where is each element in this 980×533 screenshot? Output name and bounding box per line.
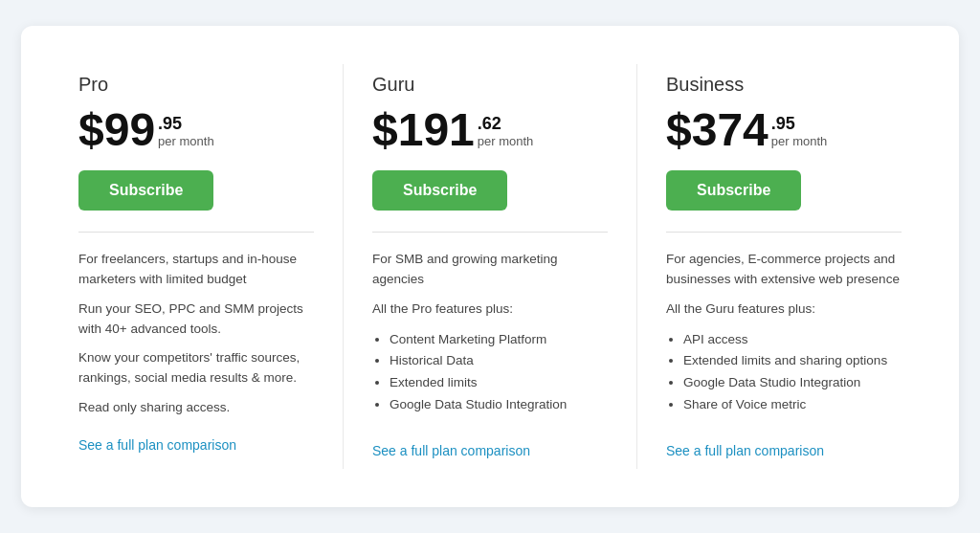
plan-description-pro-3: Read only sharing access. (78, 398, 314, 418)
see-full-link-guru[interactable]: See a full plan comparison (372, 443, 530, 458)
plan-description-pro-2: Know your competitors' traffic sources, … (78, 348, 314, 389)
price-row-pro: $99.95per month (78, 107, 314, 153)
price-row-business: $374.95per month (666, 107, 902, 153)
price-period-business: per month (771, 134, 828, 149)
plan-name-business: Business (666, 74, 902, 96)
price-main-guru: $191 (372, 107, 475, 153)
features-list-business: API accessExtended limits and sharing op… (666, 329, 902, 417)
feature-item-business-3: Share of Voice metric (683, 394, 902, 416)
divider-guru (372, 232, 608, 233)
divider-business (666, 232, 902, 233)
price-cents-block-business: .95per month (771, 115, 828, 152)
pricing-container: Pro$99.95per monthSubscribeFor freelance… (21, 26, 959, 508)
feature-item-guru-3: Google Data Studio Integration (390, 394, 608, 416)
feature-item-guru-2: Extended limits (390, 372, 608, 394)
plan-description-business-0: For agencies, E-commerce projects and bu… (666, 250, 902, 290)
plan-name-pro: Pro (78, 74, 314, 96)
plan-description-guru-1: All the Pro features plus: (372, 300, 608, 320)
price-cents-block-guru: .62per month (478, 115, 534, 152)
plan-description-pro-1: Run your SEO, PPC and SMM projects with … (78, 300, 314, 340)
price-row-guru: $191.62per month (372, 107, 608, 153)
plan-description-business-1: All the Guru features plus: (666, 300, 902, 320)
price-cents-business: .95 (771, 115, 828, 134)
see-full-link-business[interactable]: See a full plan comparison (666, 443, 824, 458)
plan-description-pro-0: For freelancers, startups and in-house m… (78, 250, 314, 290)
plan-column-guru: Guru$191.62per monthSubscribeFor SMB and… (344, 64, 637, 470)
feature-item-guru-1: Historical Data (390, 350, 608, 372)
price-main-business: $374 (666, 107, 768, 153)
price-cents-block-pro: .95per month (158, 115, 214, 152)
price-main-pro: $99 (78, 107, 155, 153)
feature-item-business-2: Google Data Studio Integration (683, 372, 902, 394)
feature-item-business-0: API access (683, 329, 902, 351)
price-cents-guru: .62 (478, 115, 534, 134)
feature-item-business-1: Extended limits and sharing options (683, 350, 902, 372)
price-period-pro: per month (158, 134, 214, 149)
price-period-guru: per month (478, 134, 534, 149)
divider-pro (78, 232, 314, 233)
subscribe-button-business[interactable]: Subscribe (666, 170, 801, 211)
price-cents-pro: .95 (158, 115, 214, 134)
plan-description-guru-0: For SMB and growing marketing agencies (372, 250, 608, 290)
plan-column-pro: Pro$99.95per monthSubscribeFor freelance… (50, 64, 344, 470)
features-list-guru: Content Marketing PlatformHistorical Dat… (372, 329, 608, 417)
subscribe-button-guru[interactable]: Subscribe (372, 170, 507, 211)
plan-name-guru: Guru (372, 74, 608, 96)
feature-item-guru-0: Content Marketing Platform (390, 329, 608, 351)
subscribe-button-pro[interactable]: Subscribe (78, 170, 213, 211)
plan-column-business: Business$374.95per monthSubscribeFor age… (637, 64, 930, 470)
see-full-link-pro[interactable]: See a full plan comparison (78, 437, 236, 453)
